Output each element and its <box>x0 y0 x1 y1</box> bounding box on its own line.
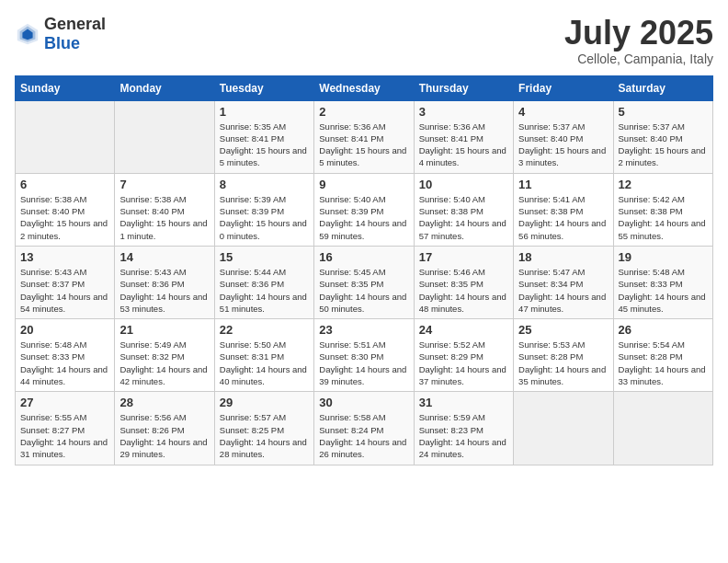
day-of-week-header: Sunday <box>16 75 115 100</box>
calendar-cell: 7Sunrise: 5:38 AMSunset: 8:40 PMDaylight… <box>115 173 214 246</box>
title-block: July 2025 Cellole, Campania, Italy <box>564 15 713 66</box>
day-detail: Sunrise: 5:43 AMSunset: 8:36 PMDaylight:… <box>119 266 209 315</box>
day-number: 8 <box>220 178 309 191</box>
calendar-week-row: 27Sunrise: 5:55 AMSunset: 8:27 PMDayligh… <box>16 392 713 465</box>
day-detail: Sunrise: 5:55 AMSunset: 8:27 PMDaylight:… <box>20 411 109 460</box>
day-detail: Sunrise: 5:36 AMSunset: 8:41 PMDaylight:… <box>319 121 408 169</box>
day-of-week-header: Friday <box>514 75 613 100</box>
day-number: 6 <box>20 178 109 191</box>
calendar-cell <box>115 100 214 173</box>
calendar-cell: 2Sunrise: 5:36 AMSunset: 8:41 PMDaylight… <box>314 100 414 173</box>
day-number: 30 <box>319 396 408 409</box>
day-detail: Sunrise: 5:48 AMSunset: 8:33 PMDaylight:… <box>619 266 708 315</box>
calendar-cell: 22Sunrise: 5:50 AMSunset: 8:31 PMDayligh… <box>214 319 313 392</box>
day-detail: Sunrise: 5:40 AMSunset: 8:38 PMDaylight:… <box>419 193 508 242</box>
day-number: 4 <box>518 105 608 119</box>
calendar-cell: 4Sunrise: 5:37 AMSunset: 8:40 PMDaylight… <box>514 100 613 173</box>
day-detail: Sunrise: 5:36 AMSunset: 8:41 PMDaylight:… <box>419 121 508 169</box>
calendar-cell: 1Sunrise: 5:35 AMSunset: 8:41 PMDaylight… <box>214 100 313 173</box>
calendar-cell: 28Sunrise: 5:56 AMSunset: 8:26 PMDayligh… <box>115 392 214 465</box>
calendar-week-row: 1Sunrise: 5:35 AMSunset: 8:41 PMDaylight… <box>16 100 713 173</box>
day-number: 17 <box>419 250 508 264</box>
calendar-cell: 19Sunrise: 5:48 AMSunset: 8:33 PMDayligh… <box>613 246 712 318</box>
day-number: 29 <box>220 396 309 409</box>
day-of-week-header: Wednesday <box>314 75 414 100</box>
day-number: 16 <box>319 250 408 264</box>
calendar-cell: 23Sunrise: 5:51 AMSunset: 8:30 PMDayligh… <box>314 319 414 392</box>
day-number: 9 <box>319 178 408 191</box>
day-detail: Sunrise: 5:47 AMSunset: 8:34 PMDaylight:… <box>518 266 608 315</box>
day-number: 11 <box>518 178 608 191</box>
location: Cellole, Campania, Italy <box>564 52 713 66</box>
day-number: 12 <box>619 178 708 191</box>
calendar-cell: 18Sunrise: 5:47 AMSunset: 8:34 PMDayligh… <box>514 246 613 318</box>
day-number: 5 <box>619 105 708 119</box>
logo-general: General <box>44 15 106 33</box>
calendar-cell: 21Sunrise: 5:49 AMSunset: 8:32 PMDayligh… <box>115 319 214 392</box>
calendar-cell <box>16 100 115 173</box>
day-number: 14 <box>119 250 209 264</box>
day-number: 20 <box>20 323 109 337</box>
day-detail: Sunrise: 5:54 AMSunset: 8:28 PMDaylight:… <box>619 339 708 387</box>
day-of-week-header: Monday <box>115 75 214 100</box>
day-number: 2 <box>319 105 408 119</box>
day-number: 10 <box>419 178 508 191</box>
day-detail: Sunrise: 5:40 AMSunset: 8:39 PMDaylight:… <box>319 193 408 242</box>
calendar-cell: 13Sunrise: 5:43 AMSunset: 8:37 PMDayligh… <box>16 246 115 318</box>
calendar-week-row: 6Sunrise: 5:38 AMSunset: 8:40 PMDaylight… <box>16 173 713 246</box>
calendar-cell: 9Sunrise: 5:40 AMSunset: 8:39 PMDaylight… <box>314 173 414 246</box>
day-of-week-header: Saturday <box>613 75 712 100</box>
day-detail: Sunrise: 5:53 AMSunset: 8:28 PMDaylight:… <box>518 339 608 387</box>
calendar-cell: 5Sunrise: 5:37 AMSunset: 8:40 PMDaylight… <box>613 100 712 173</box>
calendar-cell: 26Sunrise: 5:54 AMSunset: 8:28 PMDayligh… <box>613 319 712 392</box>
calendar-cell: 30Sunrise: 5:58 AMSunset: 8:24 PMDayligh… <box>314 392 414 465</box>
calendar-cell: 8Sunrise: 5:39 AMSunset: 8:39 PMDaylight… <box>214 173 313 246</box>
day-detail: Sunrise: 5:43 AMSunset: 8:37 PMDaylight:… <box>20 266 109 315</box>
day-number: 1 <box>220 105 309 119</box>
calendar-cell: 3Sunrise: 5:36 AMSunset: 8:41 PMDaylight… <box>414 100 513 173</box>
day-number: 15 <box>220 250 309 264</box>
calendar-cell: 25Sunrise: 5:53 AMSunset: 8:28 PMDayligh… <box>514 319 613 392</box>
day-detail: Sunrise: 5:45 AMSunset: 8:35 PMDaylight:… <box>319 266 408 315</box>
month-year: July 2025 <box>564 15 713 52</box>
calendar-cell <box>514 392 613 465</box>
calendar-cell: 12Sunrise: 5:42 AMSunset: 8:38 PMDayligh… <box>613 173 712 246</box>
day-detail: Sunrise: 5:49 AMSunset: 8:32 PMDaylight:… <box>119 339 209 387</box>
day-detail: Sunrise: 5:46 AMSunset: 8:35 PMDaylight:… <box>419 266 508 315</box>
day-detail: Sunrise: 5:41 AMSunset: 8:38 PMDaylight:… <box>518 193 608 242</box>
day-number: 22 <box>220 323 309 337</box>
day-number: 21 <box>119 323 209 337</box>
day-detail: Sunrise: 5:35 AMSunset: 8:41 PMDaylight:… <box>220 121 309 169</box>
day-detail: Sunrise: 5:52 AMSunset: 8:29 PMDaylight:… <box>419 339 508 387</box>
day-detail: Sunrise: 5:50 AMSunset: 8:31 PMDaylight:… <box>220 339 309 387</box>
calendar-cell: 31Sunrise: 5:59 AMSunset: 8:23 PMDayligh… <box>414 392 513 465</box>
day-number: 31 <box>419 396 508 409</box>
day-detail: Sunrise: 5:44 AMSunset: 8:36 PMDaylight:… <box>220 266 309 315</box>
logo-text: General Blue <box>44 15 106 53</box>
calendar-cell: 29Sunrise: 5:57 AMSunset: 8:25 PMDayligh… <box>214 392 313 465</box>
day-detail: Sunrise: 5:37 AMSunset: 8:40 PMDaylight:… <box>619 121 708 169</box>
day-number: 26 <box>619 323 708 337</box>
day-detail: Sunrise: 5:39 AMSunset: 8:39 PMDaylight:… <box>220 193 309 242</box>
calendar-table: SundayMondayTuesdayWednesdayThursdayFrid… <box>15 75 713 465</box>
logo: General Blue <box>15 15 106 53</box>
day-detail: Sunrise: 5:42 AMSunset: 8:38 PMDaylight:… <box>619 193 708 242</box>
calendar-cell: 10Sunrise: 5:40 AMSunset: 8:38 PMDayligh… <box>414 173 513 246</box>
day-number: 24 <box>419 323 508 337</box>
calendar-cell: 17Sunrise: 5:46 AMSunset: 8:35 PMDayligh… <box>414 246 513 318</box>
day-of-week-header: Thursday <box>414 75 513 100</box>
calendar-cell: 11Sunrise: 5:41 AMSunset: 8:38 PMDayligh… <box>514 173 613 246</box>
day-number: 13 <box>20 250 109 264</box>
calendar-cell: 15Sunrise: 5:44 AMSunset: 8:36 PMDayligh… <box>214 246 313 318</box>
day-detail: Sunrise: 5:48 AMSunset: 8:33 PMDaylight:… <box>20 339 109 387</box>
day-detail: Sunrise: 5:57 AMSunset: 8:25 PMDaylight:… <box>220 411 309 460</box>
day-detail: Sunrise: 5:38 AMSunset: 8:40 PMDaylight:… <box>119 193 209 242</box>
day-detail: Sunrise: 5:51 AMSunset: 8:30 PMDaylight:… <box>319 339 408 387</box>
calendar-cell: 16Sunrise: 5:45 AMSunset: 8:35 PMDayligh… <box>314 246 414 318</box>
day-number: 18 <box>518 250 608 264</box>
calendar-cell: 6Sunrise: 5:38 AMSunset: 8:40 PMDaylight… <box>16 173 115 246</box>
logo-blue: Blue <box>44 34 80 52</box>
day-number: 27 <box>20 396 109 409</box>
page-header: General Blue July 2025 Cellole, Campania… <box>15 15 713 66</box>
logo-icon <box>15 21 40 47</box>
